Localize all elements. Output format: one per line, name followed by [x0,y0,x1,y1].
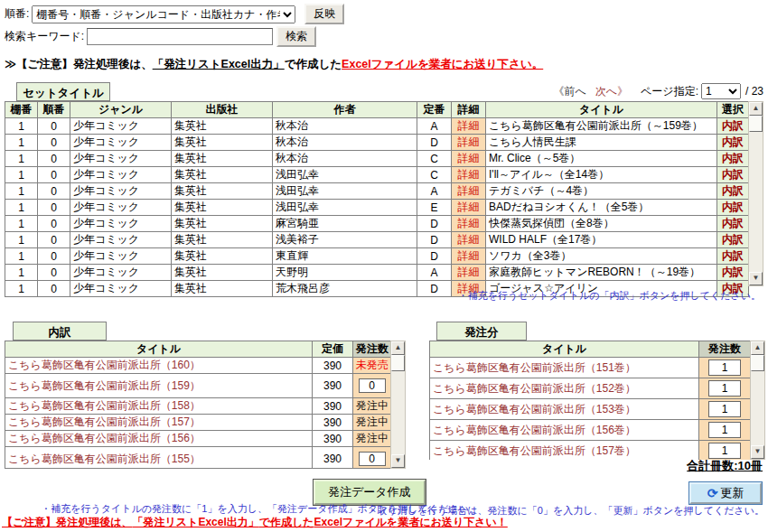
detail-button[interactable]: 詳細 [452,216,486,232]
publisher-cell: 集英社 [172,265,273,281]
detail-button[interactable]: 詳細 [452,167,486,183]
scrollbar-track[interactable] [749,132,763,272]
order-qty-input[interactable] [708,401,741,417]
excel-output-link[interactable]: 「発注リストExcel出力」 [153,58,285,70]
cancel-instruction-note: ・取り消しを行う場合は、発注数に「0」を入力し、「更新」ボタンを押してください。 [367,504,764,518]
reflect-button[interactable]: 反映 [304,4,344,24]
order-qty-input[interactable] [708,380,741,397]
standard-cell: C [417,167,452,183]
qty-cell [699,378,751,399]
shelf-cell: 1 [5,167,38,183]
breakdown-row: こちら葛飾区亀有公園前派出所（158）390発注中 [5,398,391,415]
scroll-up-icon[interactable]: ▲ [391,341,405,355]
breakdown-button[interactable]: 内訳 [717,200,749,216]
price-cell: 390 [313,398,353,415]
order-title-cell: こちら葛飾区亀有公園前派出所（157巻） [430,441,699,461]
qty-cell [699,441,751,461]
standard-cell: A [417,265,452,281]
order-cell: 0 [38,216,70,232]
prev-page-link[interactable]: 《前へ [554,84,586,99]
scrollbar-thumb[interactable] [391,355,405,371]
scroll-up-icon[interactable]: ▲ [751,341,764,355]
scroll-down-icon[interactable]: ▼ [391,454,405,468]
col-bd-qty: 発注数 [353,341,391,358]
order-qty-input[interactable] [708,443,741,459]
author-cell: 浅田弘幸 [273,183,417,200]
detail-button[interactable]: 詳細 [452,232,486,248]
author-cell: 荒木飛呂彦 [273,281,417,297]
author-cell: 麻宮騎亜 [273,216,417,232]
tab-breakdown: 内訳 [13,322,107,341]
price-cell: 390 [313,431,353,447]
scrollbar-thumb[interactable] [751,355,764,371]
set-title-note: ・補充を行うセットタイトルの「内訳」ボタンを押してください。 [458,289,761,303]
sort-order-label: 順番: [5,6,29,22]
detail-button[interactable]: 詳細 [452,135,486,151]
page-select[interactable]: 1 [701,83,741,99]
search-button[interactable]: 検索 [276,26,316,47]
breakdown-button[interactable]: 内訳 [717,265,749,281]
detail-button[interactable]: 詳細 [452,151,486,167]
breakdown-row: こちら葛飾区亀有公園前派出所（160）390未発売 [5,358,391,374]
search-keyword-label: 検索キーワード: [5,29,84,44]
order-qty-input[interactable] [708,422,741,438]
breakdown-qty-input[interactable] [359,378,386,393]
order-qty-input[interactable] [708,359,741,376]
breakdown-button[interactable]: 内訳 [717,167,749,183]
detail-button[interactable]: 詳細 [452,265,486,281]
scroll-down-icon[interactable]: ▼ [751,445,764,459]
breakdown-button[interactable]: 内訳 [717,183,749,200]
create-order-data-button[interactable]: 発注データ作成 [314,480,426,505]
order-cell: 0 [38,248,70,265]
breakdown-button[interactable]: 内訳 [717,232,749,248]
breakdown-title-cell: こちら葛飾区亀有公園前派出所（157） [5,415,313,431]
col-title: タイトル [486,102,717,118]
set-title-row: 10少年コミック集英社東直輝D詳細ソワカ（全3巻）内訳 [5,248,749,265]
genre-cell: 少年コミック [70,248,172,265]
shelf-cell: 1 [5,151,38,167]
breakdown-button[interactable]: 内訳 [717,248,749,265]
author-cell: 天野明 [273,265,417,281]
order-list-header-row: タイトル 発注数 [430,341,751,358]
title-cell: 家庭教師ヒットマンREBORN！（～19巻） [486,265,717,281]
price-cell: 390 [313,374,353,398]
scroll-down-icon[interactable]: ▼ [749,272,763,285]
detail-button[interactable]: 詳細 [452,248,486,265]
breakdown-scrollbar[interactable]: ▲ ▼ [390,341,406,469]
standard-cell: D [417,135,452,151]
breakdown-qty-input[interactable] [359,452,386,466]
next-page-link[interactable]: 次へ》 [595,84,628,99]
shelf-cell: 1 [5,183,38,200]
breakdown-button[interactable]: 内訳 [717,118,749,135]
detail-button[interactable]: 詳細 [452,183,486,200]
standard-cell: C [417,151,452,167]
scrollbar-track[interactable] [751,371,764,445]
qty-cell: 未発売 [353,358,391,374]
scrollbar-thumb[interactable] [749,116,763,132]
breakdown-row: こちら葛飾区亀有公園前派出所（157）390発注中 [5,415,391,431]
order-list-scrollbar[interactable]: ▲ ▼ [750,341,765,460]
order-cell: 0 [38,265,70,281]
search-input[interactable] [87,28,273,45]
detail-button[interactable]: 詳細 [452,118,486,135]
update-button[interactable]: ⟳ 更新 [689,482,762,504]
genre-cell: 少年コミック [70,167,172,183]
set-title-row: 10少年コミック集英社秋本治C詳細Mr. Clice（～5巻）内訳 [5,151,749,167]
title-cell: こちら葛飾区亀有公園前派出所（～159巻） [486,118,717,135]
set-title-scrollbar[interactable]: ▲ ▼ [748,101,763,286]
sort-order-select[interactable]: 棚番号・順番・ジャンルコード・出版社カナ・作者カナ・タイトルカナ [32,5,295,23]
breakdown-button[interactable]: 内訳 [717,216,749,232]
scrollbar-track[interactable] [391,371,405,454]
title-cell: 快傑蒸気探偵団（全8巻） [486,216,717,232]
col-ol-qty: 発注数 [699,341,751,358]
breakdown-button[interactable]: 内訳 [717,135,749,151]
scroll-up-icon[interactable]: ▲ [749,102,763,116]
title-cell: Mr. Clice（～5巻） [486,151,717,167]
set-title-header-row: 棚番 順番 ジャンル 出版社 作者 定番 詳細 タイトル 選択 [5,102,749,118]
breakdown-button[interactable]: 内訳 [717,151,749,167]
standard-cell: E [417,200,452,216]
title-cell: BADだねヨシオくん！（全5巻） [486,200,717,216]
excel-output-link-bottom[interactable]: 「発注リストExcel出力」 [133,516,259,528]
detail-button[interactable]: 詳細 [452,200,486,216]
title-cell: WILD HALF（全17巻） [486,232,717,248]
